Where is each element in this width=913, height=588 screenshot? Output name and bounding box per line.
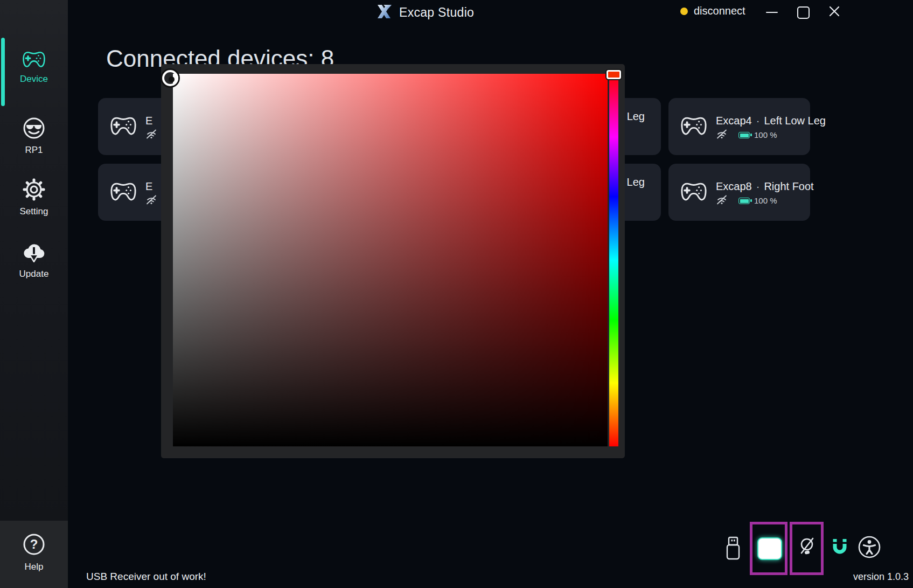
sidebar-item-update[interactable]: Update <box>0 241 68 279</box>
help-icon: ? <box>0 532 68 559</box>
wifi-off-icon <box>716 129 728 141</box>
usb-receiver-button[interactable] <box>725 536 741 563</box>
wifi-off-icon <box>145 129 157 141</box>
app-title: Excap Studio <box>399 5 474 20</box>
sidebar-item-label: Help <box>0 562 68 572</box>
connection-label: disconnect <box>694 5 745 17</box>
sidebar-item-setting[interactable]: Setting <box>0 178 68 217</box>
cloud-download-icon <box>0 241 68 266</box>
magnet-icon <box>831 549 849 558</box>
battery-icon <box>738 198 750 204</box>
status-dot <box>680 8 688 15</box>
gear-icon <box>0 178 68 204</box>
current-color-swatch <box>757 537 782 560</box>
app-logo-icon <box>376 4 392 21</box>
device-card-excap4[interactable]: Excap4·Left Low Leg 100 % <box>668 98 810 155</box>
device-role: Left Low Leg <box>764 115 826 127</box>
gamepad-icon <box>680 180 707 205</box>
accessibility-icon <box>858 551 881 561</box>
device-title: E <box>145 114 157 127</box>
magnet-button[interactable] <box>831 538 849 558</box>
gamepad-icon <box>680 115 707 139</box>
color-cursor[interactable] <box>162 70 178 86</box>
device-name: Excap8 <box>716 180 752 192</box>
device-card-excap8[interactable]: Excap8·Right Foot 100 % <box>668 164 810 221</box>
usb-receiver-icon <box>725 554 741 563</box>
maximize-icon <box>797 6 810 19</box>
sidebar-item-label: Device <box>0 74 68 85</box>
title-separator: · <box>756 180 760 192</box>
svg-text:?: ? <box>30 537 38 551</box>
gamepad-icon <box>110 115 137 139</box>
maximize-button[interactable] <box>794 4 812 20</box>
sidebar-item-label: RP1 <box>0 145 68 156</box>
wifi-off-icon <box>716 195 728 207</box>
gamepad-icon <box>0 50 68 71</box>
cool-face-icon <box>0 116 68 142</box>
minimize-button[interactable] <box>763 4 781 20</box>
sidebar-item-rp1[interactable]: RP1 <box>0 116 68 156</box>
status-message: USB Receiver out of work! <box>86 571 206 583</box>
gamepad-icon <box>110 180 137 205</box>
device-title: Leg <box>627 110 645 123</box>
sidebar-item-label: Update <box>0 269 68 279</box>
device-name: Excap4 <box>716 115 752 127</box>
minimize-icon <box>766 12 778 13</box>
bulb-off-icon <box>797 536 817 559</box>
light-off-button[interactable] <box>790 522 824 575</box>
hue-slider[interactable] <box>609 74 618 446</box>
titlebar: Excap Studio disconnect <box>0 0 913 26</box>
sidebar-item-label: Setting <box>0 206 68 217</box>
title-separator: · <box>756 115 760 127</box>
wifi-off-icon <box>145 195 157 207</box>
app-window: Device RP1 <box>0 0 913 588</box>
battery-percent: 100 % <box>754 196 777 205</box>
color-swatch-button[interactable] <box>750 522 787 575</box>
app-title-group: Excap Studio <box>376 4 474 21</box>
connection-status[interactable]: disconnect <box>680 5 745 17</box>
battery-percent: 100 % <box>754 130 777 139</box>
version-label: version 1.0.3 <box>853 571 909 583</box>
accessibility-button[interactable] <box>858 535 881 561</box>
color-picker-dialog <box>161 64 625 458</box>
saturation-value-field[interactable] <box>173 74 608 446</box>
sidebar-item-device[interactable]: Device <box>0 50 68 85</box>
device-role: Right Foot <box>764 180 813 192</box>
device-title: E <box>145 180 157 193</box>
battery-icon <box>738 132 750 138</box>
hue-slider-handle[interactable] <box>607 70 621 79</box>
sidebar-item-help[interactable]: ? Help <box>0 532 68 572</box>
close-icon <box>828 5 840 19</box>
close-button[interactable] <box>825 4 844 20</box>
sidebar: Device RP1 <box>0 0 68 588</box>
